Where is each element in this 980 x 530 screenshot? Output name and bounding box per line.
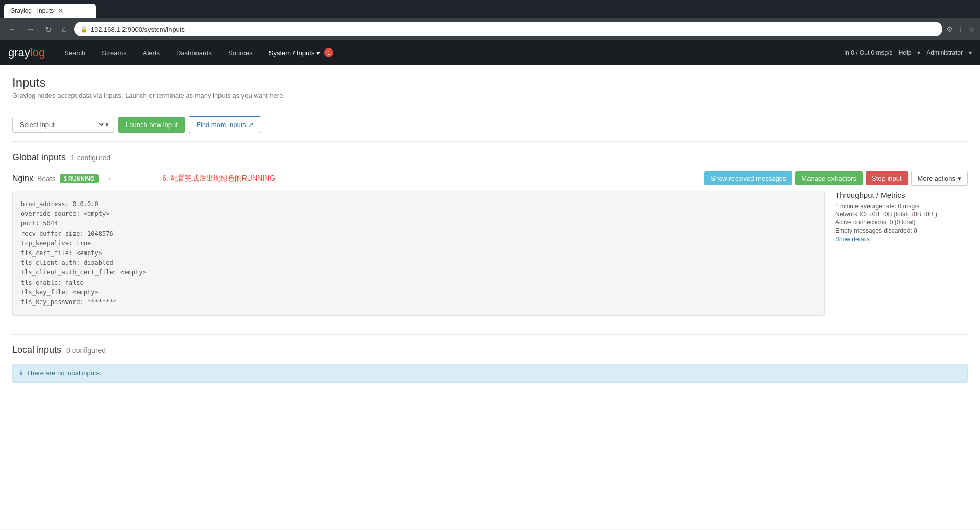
detail-line-9: tls_key_file: <empty> — [21, 288, 816, 297]
nav-sources[interactable]: Sources — [221, 42, 260, 64]
browser-right-icons: ⚙ ⋮ ☆ — [946, 25, 975, 33]
nav-system-inputs[interactable]: System / Inputs ▾ 1 — [262, 41, 341, 64]
external-link-icon: ↗ — [248, 121, 254, 129]
bookmark-icon[interactable]: ☆ — [968, 25, 975, 33]
global-inputs-section: Global inputs 1 configured Nginx Beats 1… — [0, 142, 980, 334]
metrics-network-io: Network IO: ↓0B ↑0B (total: ↓0B ↑0B ) — [835, 211, 968, 218]
browser-chrome: Graylog - Inputs ✕ + ← → ↻ ⌂ 🔒 192.168.1… — [0, 0, 980, 40]
throughput-display: In 0 / Out 0 msg/s — [844, 49, 893, 56]
input-header-row: Nginx Beats 1 RUNNING ← 6. 配置完成后出现绿色的RUN… — [12, 171, 968, 186]
more-actions-button[interactable]: More actions ▾ — [911, 171, 968, 186]
select-input-dropdown[interactable]: Select input — [18, 120, 105, 129]
more-actions-icon: ▾ — [958, 174, 961, 182]
global-inputs-title: Global inputs — [12, 152, 66, 163]
show-details-link[interactable]: Show details — [835, 236, 870, 243]
select-dropdown-icon: ▾ — [105, 121, 109, 129]
main-content: Inputs Graylog nodes accept data via inp… — [0, 65, 980, 529]
app-navbar: graylog Search Streams Alerts Dashboards… — [0, 40, 980, 65]
tab-close-button[interactable]: ✕ — [58, 7, 64, 15]
metrics-rate: 1 minute average rate: 0 msg/s — [835, 203, 968, 210]
global-inputs-header: Global inputs 1 configured — [12, 152, 968, 163]
more-actions-label: More actions — [918, 174, 955, 182]
detail-line-1: override_source: <empty> — [21, 209, 816, 219]
metrics-title: Throughput / Metrics — [835, 191, 968, 199]
page-subtitle: Graylog nodes accept data via inputs. La… — [12, 92, 968, 99]
admin-link[interactable]: Administrator — [926, 49, 963, 56]
local-inputs-title: Local inputs — [12, 345, 61, 356]
nav-alerts[interactable]: Alerts — [136, 42, 167, 64]
security-icon: 🔒 — [80, 26, 88, 33]
input-details-box: bind_address: 0.0.0.0 override_source: <… — [12, 191, 825, 316]
browser-toolbar: ← → ↻ ⌂ 🔒 192.168.1.2:9000/system/inputs… — [0, 18, 980, 40]
local-inputs-header: Local inputs 0 configured — [12, 345, 968, 356]
input-metrics-panel: Throughput / Metrics 1 minute average ra… — [825, 191, 968, 243]
nav-badge: 1 — [324, 48, 333, 57]
find-more-inputs-button[interactable]: Find more inputs ↗ — [189, 116, 261, 133]
info-text: There are no local inputs. — [27, 369, 102, 377]
detail-line-0: bind_address: 0.0.0.0 — [21, 199, 816, 209]
input-content-row: bind_address: 0.0.0.0 override_source: <… — [12, 191, 968, 316]
detail-line-7: tls_client_auth_cert_file: <empty> — [21, 268, 816, 277]
nav-system-inputs-label: System / Inputs — [269, 49, 315, 57]
launch-new-input-button[interactable]: Launch new input — [118, 117, 185, 133]
app-logo: graylog — [8, 46, 45, 59]
logo-gray: gray — [8, 46, 30, 59]
running-badge: 1 RUNNING — [60, 174, 99, 183]
annotation-text: 6. 配置完成后出现绿色的RUNNING — [162, 174, 275, 183]
input-controls: Select input ▾ Launch new input Find mor… — [0, 108, 980, 141]
manage-extractors-button[interactable]: Manage extractors — [795, 171, 863, 185]
global-inputs-count: 1 configured — [71, 154, 110, 162]
stop-input-button[interactable]: Stop input — [866, 171, 908, 185]
detail-line-10: tls_key_password: ******** — [21, 297, 816, 307]
forward-button[interactable]: → — [23, 23, 38, 35]
page-header: Inputs Graylog nodes accept data via inp… — [0, 65, 980, 108]
upload-arrow: ↑ — [881, 211, 885, 218]
logo-log: log — [30, 46, 45, 59]
input-item: Nginx Beats 1 RUNNING ← 6. 配置完成后出现绿色的RUN… — [12, 171, 968, 316]
page-title: Inputs — [12, 75, 968, 90]
nav-right: In 0 / Out 0 msg/s Help ▾ Administrator … — [844, 49, 972, 56]
nav-links: Search Streams Alerts Dashboards Sources… — [57, 41, 844, 64]
metrics-empty-messages: Empty messages discarded: 0 — [835, 227, 968, 234]
help-link[interactable]: Help — [899, 49, 912, 56]
detail-line-6: tls_client_auth: disabled — [21, 258, 816, 268]
menu-icon[interactable]: ⋮ — [957, 25, 964, 33]
nav-streams[interactable]: Streams — [94, 42, 133, 64]
input-name: Nginx — [12, 174, 33, 183]
nav-dropdown-icon: ▾ — [316, 49, 320, 57]
detail-line-5: tls_cert_file: <empty> — [21, 248, 816, 258]
refresh-button[interactable]: ↻ — [42, 23, 55, 35]
input-type: Beats — [37, 174, 56, 183]
tab-title: Graylog - Inputs — [10, 7, 54, 14]
detail-line-8: tls_enable: false — [21, 278, 816, 288]
detail-line-4: tcp_keepalive: true — [21, 239, 816, 248]
local-inputs-count: 0 configured — [66, 346, 106, 355]
local-inputs-section: Local inputs 0 configured ℹ There are no… — [0, 335, 980, 393]
download-arrow: ↓ — [869, 211, 872, 218]
address-bar[interactable]: 🔒 192.168.1.2:9000/system/inputs — [74, 22, 942, 36]
nav-dashboards[interactable]: Dashboards — [169, 42, 219, 64]
annotation-arrow: ← — [107, 172, 162, 184]
nav-search[interactable]: Search — [57, 42, 92, 64]
nav-dropdown-icon-admin: ▾ — [969, 49, 972, 56]
find-inputs-label: Find more inputs — [197, 121, 246, 129]
home-button[interactable]: ⌂ — [59, 23, 70, 35]
detail-line-3: recv_buffer_size: 1048576 — [21, 229, 816, 239]
metrics-connections: Active connections: 0 (0 total) — [835, 219, 968, 226]
extensions-icon[interactable]: ⚙ — [946, 25, 953, 33]
detail-line-2: port: 5044 — [21, 219, 816, 229]
local-inputs-info-box: ℹ There are no local inputs. — [12, 364, 968, 383]
nav-dropdown-icon-help: ▾ — [917, 49, 920, 56]
browser-tab: Graylog - Inputs ✕ — [4, 4, 96, 18]
info-icon: ℹ — [20, 369, 22, 377]
back-button[interactable]: ← — [5, 23, 19, 35]
new-tab-button[interactable]: + — [96, 7, 100, 15]
show-received-messages-button[interactable]: Show received messages — [704, 171, 792, 185]
select-input-wrapper[interactable]: Select input ▾ — [12, 117, 114, 133]
input-item-actions: Show received messages Manage extractors… — [704, 171, 968, 186]
url-text: 192.168.1.2:9000/system/inputs — [91, 26, 936, 33]
browser-tab-bar: Graylog - Inputs ✕ + — [0, 0, 980, 18]
